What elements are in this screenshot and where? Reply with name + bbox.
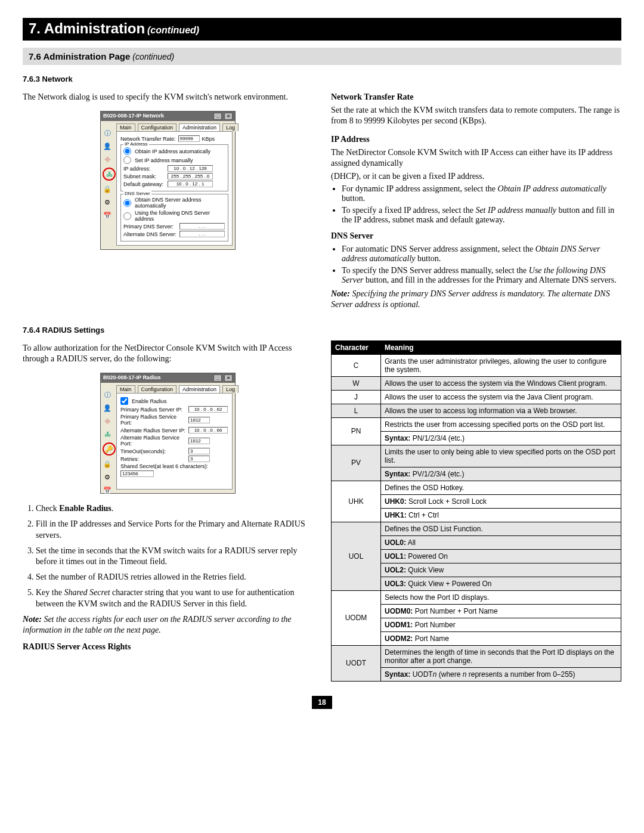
info-icon[interactable]: ⓘ	[103, 128, 112, 138]
lock-icon[interactable]: 🔒	[103, 459, 112, 469]
ip-addr-input[interactable]: 10 . 0 . 12 . 128	[168, 165, 213, 172]
close-icon[interactable]: ×	[224, 113, 233, 120]
subnet-input[interactable]: 255 . 255 . 255 . 0	[168, 173, 213, 179]
char-uol: UOL	[332, 522, 381, 590]
section-continued: (continued)	[132, 52, 174, 61]
rate-label: Network Transfer Rate:	[120, 136, 176, 142]
network-right-col: Network Transfer Rate Set the rate at wh…	[331, 89, 621, 312]
tab-main[interactable]: Main	[116, 385, 135, 393]
network-heading: 7.6.3 Network	[23, 75, 621, 83]
ip-manual-radio[interactable]	[123, 156, 131, 164]
dns-li2: To specify the DNS Server address manual…	[342, 266, 621, 285]
tab-configuration[interactable]: Configuration	[138, 123, 177, 131]
ip-p2: (DHCP), or it can be given a fixed IP ad…	[331, 171, 621, 182]
alt-port-input[interactable]: 1812	[188, 438, 210, 444]
user-icon[interactable]: 👤	[103, 403, 112, 413]
radius-char-table: Character Meaning CGrants the user admin…	[331, 340, 621, 682]
retries-input[interactable]: 3	[188, 456, 210, 462]
radius-heading: 7.6.4 RADIUS Settings	[23, 326, 621, 335]
tab-administration[interactable]: Administration	[179, 123, 220, 131]
dns-auto-radio[interactable]	[123, 199, 131, 207]
enable-radius-checkbox[interactable]	[120, 397, 128, 405]
radius-note: Note: Set the access rights for each use…	[23, 614, 313, 636]
char-uodm: UODM	[332, 590, 381, 645]
char-w: W	[332, 376, 381, 390]
tab-log[interactable]: Log	[222, 385, 239, 393]
dialog-side-icons: ⓘ 👤 🞜 🖧 🔒 ⚙ 📅	[103, 128, 116, 220]
meaning-uodt: Determines the length of time in seconds…	[381, 645, 621, 681]
radius-icon[interactable]: 🔑	[103, 442, 116, 456]
radius-columns: To allow authorization for the NetDirect…	[23, 340, 621, 682]
step-3: Set the time in seconds that the KVM swi…	[36, 546, 313, 567]
char-pn: PN	[332, 417, 381, 445]
network-intro: The Network dialog is used to specify th…	[23, 92, 313, 103]
network-icon[interactable]: 🖧	[103, 168, 116, 181]
radius-titlebar: B020-008-17-IP Radius _ ×	[101, 373, 235, 383]
date-icon[interactable]: 📅	[103, 485, 112, 495]
char-pv: PV	[332, 445, 381, 481]
ip-fieldset: IP Address Obtain IP address automatical…	[120, 144, 228, 191]
radius-side-icons: ⓘ 👤 🞜 🖧 🔑 🔒 ⚙ 📅	[103, 390, 116, 495]
ip-legend: IP Address	[123, 141, 149, 147]
dns-primary-input[interactable]: . . .	[179, 223, 225, 230]
lock-icon[interactable]: 🔒	[103, 184, 112, 194]
minimize-icon[interactable]: _	[213, 374, 222, 382]
gateway-label: Default gateway:	[123, 181, 165, 187]
window-buttons: _ ×	[213, 113, 233, 120]
security-icon[interactable]: 🞜	[103, 416, 112, 426]
pri-port-input[interactable]: 1812	[188, 417, 210, 423]
dialog-titlebar: B020-008-17-IP Network _ ×	[101, 112, 235, 121]
rate-input[interactable]: 99999	[178, 135, 200, 142]
security-icon[interactable]: 🞜	[103, 154, 112, 164]
close-icon[interactable]: ×	[224, 374, 233, 382]
ip-addr-label: IP address:	[123, 166, 165, 172]
gear-icon[interactable]: ⚙	[103, 197, 112, 207]
meaning-uodm: Selects how the Port ID displays. UODM0:…	[381, 590, 621, 645]
network-columns: The Network dialog is used to specify th…	[23, 89, 621, 312]
dns-legend: DNS Server	[123, 191, 151, 196]
ip-li2: To specify a fixed IP address, select th…	[342, 206, 621, 225]
transfer-title: Network Transfer Rate	[331, 92, 621, 103]
char-uodt: UODT	[332, 645, 381, 681]
minimize-icon[interactable]: _	[213, 113, 222, 120]
alt-port-label: Alternate Radius Service Port:	[120, 435, 186, 447]
chapter-continued: (continued)	[147, 25, 199, 35]
timeout-label: TimeOut(seconds):	[120, 448, 186, 454]
rights-title: RADIUS Server Access Rights	[23, 642, 313, 652]
secret-input[interactable]: 123456	[120, 470, 154, 477]
transfer-body: Set the rate at which the KVM switch tra…	[331, 105, 621, 126]
gear-icon[interactable]: ⚙	[103, 472, 112, 482]
pri-port-label: Primary Radius Service Port:	[120, 414, 186, 426]
gateway-input[interactable]: 10 . 0 . 12 . 1	[168, 181, 213, 187]
meaning-j: Allows the user to access the system via…	[381, 390, 621, 404]
tab-administration[interactable]: Administration	[179, 385, 220, 393]
alt-ip-input[interactable]: 10 . 0 . 0 . 66	[188, 427, 228, 433]
char-j: J	[332, 390, 381, 404]
rate-unit: KBps	[202, 136, 215, 142]
section-title: 7.6 Administration Page	[29, 51, 130, 61]
ip-auto-radio[interactable]	[123, 147, 131, 155]
dns-manual-radio[interactable]	[123, 212, 131, 220]
user-icon[interactable]: 👤	[103, 141, 112, 151]
info-icon[interactable]: ⓘ	[103, 390, 112, 400]
network-dialog: B020-008-17-IP Network _ × ⓘ 👤 🞜 🖧 🔒 ⚙ 📅…	[100, 111, 236, 250]
tab-log[interactable]: Log	[222, 123, 239, 131]
tab-configuration[interactable]: Configuration	[138, 385, 177, 393]
pri-ip-label: Primary Radius Server IP:	[120, 407, 186, 413]
dns-note: Note: Specifying the primary DNS Server …	[331, 289, 621, 310]
dns-primary-label: Primary DNS Server:	[123, 224, 177, 230]
chapter-title: 7. Administration	[29, 20, 145, 36]
dns-auto-label: Obtain DNS Server address automatically	[135, 197, 225, 209]
network-icon[interactable]: 🖧	[103, 429, 112, 439]
enable-radius-label: Enable Radius	[132, 398, 167, 404]
dns-alt-input[interactable]: . . .	[179, 231, 225, 237]
dns-list: For automatic DNS Server address assignm…	[333, 244, 621, 285]
char-uhk: UHK	[332, 481, 381, 522]
radius-dialog-title: B020-008-17-IP Radius	[103, 374, 160, 382]
dialog-tabs: Main Configuration Administration Log	[101, 121, 235, 131]
timeout-input[interactable]: 3	[188, 448, 210, 454]
step-1: Check Enable Radius.	[36, 503, 313, 514]
pri-ip-input[interactable]: 10 . 0 . 0 . 62	[188, 406, 228, 413]
date-icon[interactable]: 📅	[103, 210, 112, 220]
tab-main[interactable]: Main	[116, 123, 135, 131]
